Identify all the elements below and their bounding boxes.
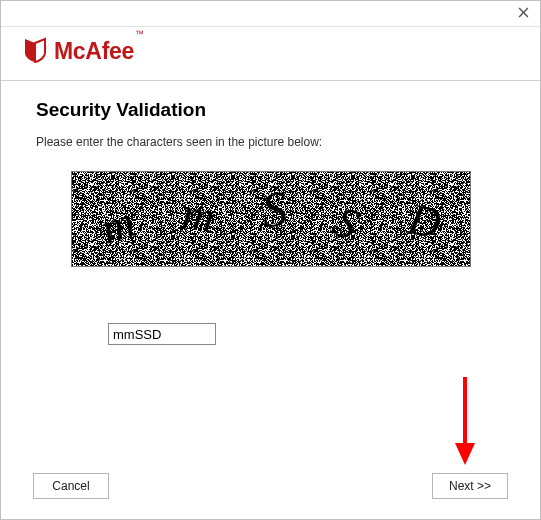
instruction-text: Please enter the characters seen in the … — [36, 135, 505, 149]
captcha-char: S — [326, 195, 367, 251]
page-title: Security Validation — [36, 99, 505, 121]
captcha-input[interactable] — [108, 323, 216, 345]
content-area: Security Validation Please enter the cha… — [1, 81, 540, 345]
installer-dialog: McAfee™ Security Validation Please enter… — [0, 0, 541, 520]
mcafee-shield-icon — [23, 37, 47, 66]
cancel-button[interactable]: Cancel — [33, 473, 109, 499]
close-button[interactable] — [516, 6, 530, 20]
close-icon — [518, 6, 529, 21]
captcha-char: m — [95, 196, 141, 254]
button-row: Cancel Next >> — [1, 473, 540, 499]
captcha-char: S — [259, 179, 290, 239]
next-button[interactable]: Next >> — [432, 473, 508, 499]
title-bar — [1, 1, 540, 27]
brand-bar: McAfee™ — [1, 27, 540, 81]
captcha-image: m m S S D — [71, 171, 471, 267]
annotation-arrow — [452, 373, 478, 469]
captcha-char: D — [404, 193, 446, 249]
brand-name: McAfee™ — [54, 38, 143, 65]
captcha-letters: m m S S D — [72, 172, 470, 266]
svg-marker-3 — [455, 443, 475, 465]
captcha-char: m — [179, 188, 218, 243]
